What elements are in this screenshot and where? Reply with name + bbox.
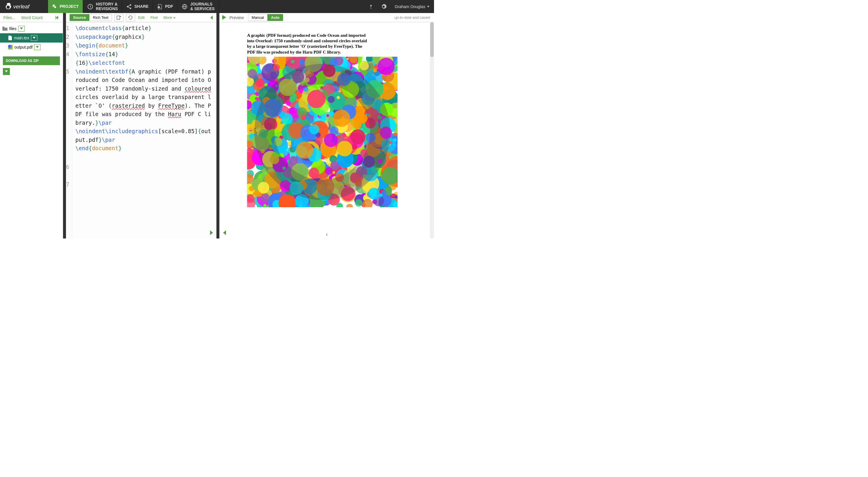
download-zip-dropdown[interactable] <box>3 68 10 75</box>
collapse-left-icon[interactable] <box>54 13 62 22</box>
svg-point-733 <box>265 83 268 86</box>
svg-point-644 <box>308 168 319 178</box>
richtext-tab[interactable]: Rich Text <box>89 14 112 21</box>
overleaf-logo[interactable]: verleaf <box>0 0 48 13</box>
svg-point-855 <box>280 121 283 124</box>
svg-rect-10 <box>2 27 4 28</box>
svg-point-881 <box>369 188 377 196</box>
svg-point-760 <box>247 161 254 168</box>
svg-point-907 <box>289 156 298 165</box>
page-number: 1 <box>326 233 328 236</box>
find-link[interactable]: Find <box>148 16 161 20</box>
svg-point-902 <box>273 64 280 71</box>
svg-point-822 <box>378 58 395 75</box>
svg-text:verleaf: verleaf <box>13 3 30 9</box>
folder-files[interactable]: files <box>0 24 63 33</box>
share-button[interactable]: SHARE <box>122 0 153 13</box>
gutter-right[interactable] <box>216 13 219 239</box>
svg-point-884 <box>258 182 269 193</box>
preview-link[interactable]: Preview <box>229 16 244 20</box>
svg-point-841 <box>256 79 265 87</box>
line-numbers: 1234567 <box>66 22 72 239</box>
svg-point-905 <box>255 97 258 100</box>
expand-preview-icon[interactable] <box>221 230 227 237</box>
svg-point-852 <box>337 141 352 156</box>
svg-point-847 <box>286 100 291 106</box>
pdf-viewer[interactable]: A graphic (PDF format) produced on Code … <box>220 22 434 239</box>
user-menu[interactable]: Graham Douglas <box>390 4 434 9</box>
svg-point-800 <box>337 96 340 99</box>
svg-point-906 <box>358 114 368 123</box>
settings-icon[interactable] <box>377 0 390 13</box>
svg-point-746 <box>346 204 353 207</box>
svg-point-825 <box>324 133 338 147</box>
preview-scrollbar[interactable] <box>430 22 434 239</box>
preview-panel: Preview Manual Auto up-to-date and saved… <box>219 13 434 239</box>
more-link[interactable]: More <box>161 16 179 20</box>
svg-point-8 <box>371 8 372 9</box>
pdf-paragraph: A graphic (PDF format) produced on Code … <box>247 33 369 55</box>
expand-editor-icon[interactable] <box>209 230 215 237</box>
svg-point-837 <box>261 193 270 202</box>
svg-point-775 <box>358 69 361 72</box>
code-editor[interactable]: 1234567 \documentclass{article} \usepack… <box>66 22 216 239</box>
topbar: verleaf PROJECT HISTORY &REVISIONS SHARE… <box>0 0 434 13</box>
svg-point-888 <box>315 137 323 145</box>
save-status: up-to-date and saved <box>394 16 432 20</box>
add-file-icon[interactable] <box>114 14 124 22</box>
svg-point-765 <box>373 68 377 72</box>
pdf-graphic <box>247 57 398 207</box>
svg-point-864 <box>333 110 350 126</box>
svg-rect-9 <box>56 16 56 20</box>
file-main-tex[interactable]: main.tex <box>0 33 63 42</box>
svg-point-450 <box>355 199 363 207</box>
pdf-button[interactable]: PDF <box>153 0 177 13</box>
folder-dropdown-icon[interactable] <box>18 26 25 32</box>
auto-tab[interactable]: Auto <box>267 14 283 21</box>
svg-point-903 <box>309 124 319 134</box>
files-link[interactable]: Files... <box>1 14 18 21</box>
svg-point-853 <box>264 204 267 207</box>
preview-play-icon[interactable] <box>221 14 228 21</box>
journals-button[interactable]: JOURNALS& SERVICES <box>177 0 219 13</box>
svg-point-798 <box>360 61 369 70</box>
gutter-left[interactable] <box>63 13 66 239</box>
history-undo-icon[interactable] <box>126 14 135 22</box>
pdf-thumb-icon <box>8 45 13 50</box>
file-icon <box>8 36 12 40</box>
collapse-editor-icon[interactable] <box>208 14 215 21</box>
svg-point-886 <box>328 96 335 103</box>
svg-point-849 <box>327 114 329 117</box>
file-panel: Files... Word Count files main.tex outpu… <box>0 13 63 239</box>
history-button[interactable]: HISTORY &REVISIONS <box>83 0 122 13</box>
svg-point-752 <box>301 114 306 120</box>
file-dropdown-icon[interactable] <box>34 44 40 50</box>
svg-point-730 <box>350 129 365 144</box>
svg-point-835 <box>379 193 382 197</box>
svg-point-882 <box>299 60 304 64</box>
svg-rect-11 <box>117 16 120 20</box>
wordcount-link[interactable]: Word Count <box>19 14 45 21</box>
file-dropdown-icon[interactable] <box>31 35 37 41</box>
editor-panel: Source Rich Text Edit Find More 1234567 … <box>66 13 216 239</box>
svg-point-904 <box>291 60 294 63</box>
source-tab[interactable]: Source <box>70 14 89 21</box>
project-button[interactable]: PROJECT <box>48 0 83 13</box>
edit-link[interactable]: Edit <box>135 16 147 20</box>
svg-point-875 <box>248 69 257 78</box>
svg-rect-2 <box>54 6 56 8</box>
help-icon[interactable] <box>365 0 377 13</box>
svg-point-876 <box>307 90 326 108</box>
svg-point-817 <box>333 171 335 174</box>
folder-icon <box>2 27 7 31</box>
download-zip-button[interactable]: DOWNLOAD AS ZIP <box>3 56 60 65</box>
file-output-pdf[interactable]: output.pdf <box>0 42 63 52</box>
svg-point-897 <box>296 142 313 159</box>
manual-tab[interactable]: Manual <box>248 14 268 21</box>
